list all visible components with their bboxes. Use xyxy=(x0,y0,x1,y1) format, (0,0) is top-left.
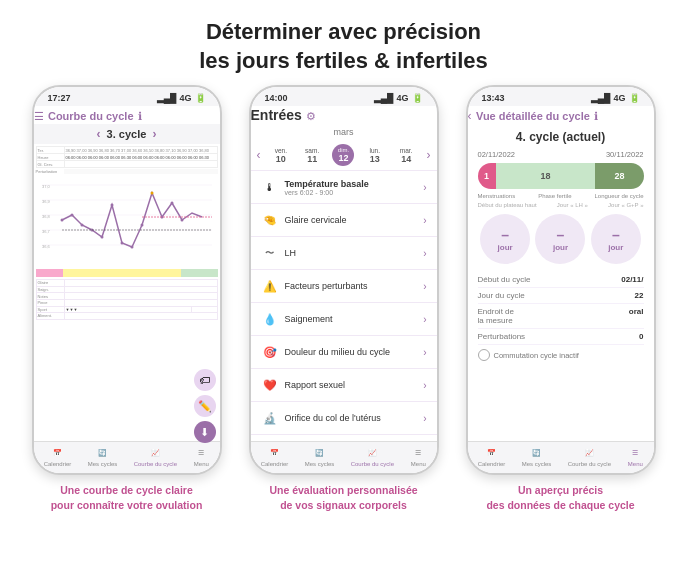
phone1-chart-svg: 37,0 36,9 36,8 36,7 36,6 xyxy=(36,175,218,265)
phone1-cycle-label: 3. cycle xyxy=(107,128,147,140)
phone1-status-bar: 17:27 ▂▄█ 4G 🔋 xyxy=(34,87,220,106)
phone1-nav-calendrier[interactable]: 📅 Calendrier xyxy=(44,447,72,467)
phone3-bar-labels: Menstruations Phase fertile Longueur de … xyxy=(478,193,644,199)
phone1-nav-mes-cycles[interactable]: 🔄 Mes cycles xyxy=(88,447,118,467)
menu-icon-2: ☰ xyxy=(410,447,426,459)
phone2-day-5[interactable]: mar. 14 xyxy=(395,147,417,164)
phone3-day-btn-3[interactable]: – jour xyxy=(591,214,641,264)
detail-row-debut: Début du cycle 02/11/ xyxy=(478,272,644,288)
phone3-day-btn-1[interactable]: – jour xyxy=(480,214,530,264)
floating-icon-2[interactable]: ✏️ xyxy=(194,395,216,417)
phone2-day-3-today[interactable]: dim. 12 xyxy=(332,144,354,166)
entry-temperature[interactable]: 🌡 Température basale vers 6:02 - 9:00 › xyxy=(251,171,437,204)
phone3-bar-menstruation: 1 xyxy=(478,163,496,189)
phone3-nav-mes-cycles[interactable]: 🔄 Mes cycles xyxy=(522,447,552,467)
phone3-battery: 🔋 xyxy=(629,93,640,103)
svg-text:36,8: 36,8 xyxy=(42,214,51,219)
phone3-app-header: ‹ Vue détaillée du cycle ℹ xyxy=(468,106,654,124)
phone1-cycle-nav: ‹ 3. cycle › xyxy=(34,124,220,144)
menu-icon-3: ☰ xyxy=(627,447,643,459)
entry-chevron-4: › xyxy=(423,281,426,292)
floating-icon-1[interactable]: 🏷 xyxy=(194,369,216,391)
entry-rapport[interactable]: ❤️ Rapport sexuel › xyxy=(251,369,437,402)
detail-row-endroit: Endroit dela mesure oral xyxy=(478,304,644,329)
phone3-detail-info: Début du cycle 02/11/ Jour du cycle 22 E… xyxy=(478,272,644,345)
phone2-nav-courbe[interactable]: 📈 Courbe du cycle xyxy=(351,447,394,467)
entry-chevron-3: › xyxy=(423,248,426,259)
phone1-info-icon[interactable]: ℹ xyxy=(138,110,142,122)
entry-glaire[interactable]: 🤏 Glaire cervicale › xyxy=(251,204,437,237)
phone1-bottom-table: Glaire Saign. Notes Pince Sport▼▼▼ Alime… xyxy=(36,279,218,320)
phone1-nav-prev[interactable]: ‹ xyxy=(91,127,107,141)
detail-row-jour: Jour du cycle 22 xyxy=(478,288,644,304)
phone3-nav-courbe[interactable]: 📈 Courbe du cycle xyxy=(568,447,611,467)
phone2-container: 14:00 ▂▄█ 4G 🔋 Entrées ⚙ mars xyxy=(240,85,447,512)
phone1-menu-icon: ☰ xyxy=(34,110,44,122)
floating-icon-3[interactable]: ⬇ xyxy=(194,421,216,443)
phone2-nav-mes-cycles[interactable]: 🔄 Mes cycles xyxy=(305,447,335,467)
phone2-nav-menu[interactable]: ☰ Menu xyxy=(410,447,426,467)
svg-text:36,9: 36,9 xyxy=(42,199,51,204)
phone3-day-buttons: – jour – jour – jour xyxy=(478,214,644,264)
droplet-icon: 💧 xyxy=(261,310,279,328)
phone2-entries-list: 🌡 Température basale vers 6:02 - 9:00 › … xyxy=(251,171,437,441)
phone3-day-btn-2[interactable]: – jour xyxy=(535,214,585,264)
phone2-app-title: Entrées xyxy=(251,103,302,125)
menu-icon: ☰ xyxy=(193,447,209,459)
table-row: Sport▼▼▼ xyxy=(36,306,217,313)
entry-chevron-6: › xyxy=(423,347,426,358)
phone2-bottom-nav: 📅 Calendrier 🔄 Mes cycles 📈 Courbe du cy… xyxy=(251,441,437,473)
phone1-nav-menu[interactable]: ☰ Menu xyxy=(193,447,209,467)
phone3-nav-menu[interactable]: ☰ Menu xyxy=(627,447,643,467)
detail-jour-label: Jour du cycle xyxy=(478,291,525,300)
phone3-back-arrow[interactable]: ‹ xyxy=(468,109,472,123)
phone2-day-4[interactable]: lun. 13 xyxy=(364,147,386,164)
phone2-caption: Une évaluation personnalisée de vos sign… xyxy=(269,483,417,512)
micro-icon: 🔬 xyxy=(261,409,279,427)
calendar-icon: 📅 xyxy=(50,447,66,459)
phone2-day-1[interactable]: ven. 10 xyxy=(270,147,292,164)
entry-saignement[interactable]: 💧 Saignement › xyxy=(251,303,437,336)
phone1-battery: 🔋 xyxy=(195,93,206,103)
entry-douleur[interactable]: 🎯 Douleur du milieu du cycle › xyxy=(251,336,437,369)
phone1-strips xyxy=(36,269,218,277)
phone3-bar-lh: 28 xyxy=(595,163,643,189)
entry-orifice[interactable]: 🔬 Orifice du col de l'utérus › xyxy=(251,402,437,435)
phones-row: 17:27 ▂▄█ 4G 🔋 ☰ Courbe du cycle ℹ ‹ xyxy=(13,85,674,588)
entry-lh[interactable]: 〜 LH › xyxy=(251,237,437,270)
calendar-icon-3: 📅 xyxy=(484,447,500,459)
entry-facteurs[interactable]: ⚠️ Facteurs perturbants › xyxy=(251,270,437,303)
phone3-info-icon[interactable]: ℹ xyxy=(594,110,598,122)
entry-chevron-2: › xyxy=(423,215,426,226)
phone2-week-next[interactable]: › xyxy=(426,148,430,162)
phone2-week-prev[interactable]: ‹ xyxy=(257,148,261,162)
table-row: Heure 06:00 06:00 06:00 06:00 06:00 06:3… xyxy=(36,154,217,161)
detail-jour-value: 22 xyxy=(635,291,644,300)
phone1-signal: ▂▄█ xyxy=(157,93,177,103)
phone2-day-2[interactable]: sam. 11 xyxy=(301,147,323,164)
cycles-icon: 🔄 xyxy=(94,447,110,459)
phone2-nav-calendrier[interactable]: 📅 Calendrier xyxy=(261,447,289,467)
detail-debut-label: Début du cycle xyxy=(478,275,531,284)
phone3-nav-calendrier[interactable]: 📅 Calendrier xyxy=(478,447,506,467)
phone3-cycle-bar: 1 18 28 xyxy=(478,163,644,189)
svg-point-15 xyxy=(110,204,113,207)
phone1-time: 17:27 xyxy=(48,93,71,103)
phone1-nav-next[interactable]: › xyxy=(146,127,162,141)
warning-icon: ⚠️ xyxy=(261,277,279,295)
target-icon: 🎯 xyxy=(261,343,279,361)
phone1-chart-area: Ter. 36,90 37,00 36,90 36,80 36,70 37,00… xyxy=(34,144,220,441)
chart-icon-3: 📈 xyxy=(581,447,597,459)
phone2-gear-icon[interactable]: ⚙ xyxy=(306,110,316,122)
svg-point-14 xyxy=(100,236,103,239)
table-row: Ter. 36,90 37,00 36,90 36,80 36,70 37,00… xyxy=(36,147,217,154)
phone3-container: 13:43 ▂▄█ 4G 🔋 ‹ Vue détaillée du cycle … xyxy=(457,85,664,512)
phone2-battery: 🔋 xyxy=(412,93,423,103)
chart-icon: 📈 xyxy=(147,447,163,459)
phone1-strip-row: Perturbation xyxy=(36,169,218,174)
phone2-app-header: Entrées ⚙ xyxy=(251,106,437,124)
phone3-inactive-toggle[interactable]: Commutation cycle inactif xyxy=(478,349,644,361)
svg-point-22 xyxy=(180,219,183,222)
phone1-nav-courbe[interactable]: 📈 Courbe du cycle xyxy=(134,447,177,467)
table-row: Glaire xyxy=(36,280,217,287)
